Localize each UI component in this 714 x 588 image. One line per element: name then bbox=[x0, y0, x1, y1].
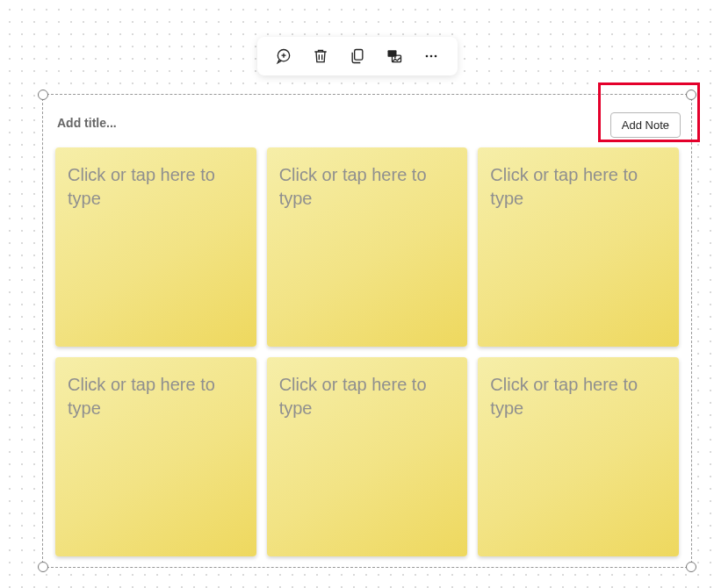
resize-handle-br[interactable] bbox=[686, 562, 696, 572]
svg-rect-1 bbox=[354, 50, 362, 61]
sticky-note[interactable]: Click or tap here to type bbox=[267, 147, 468, 347]
delete-icon[interactable] bbox=[310, 46, 331, 67]
sticky-note[interactable]: Click or tap here to type bbox=[478, 147, 679, 347]
svg-point-4 bbox=[394, 57, 396, 59]
copy-icon[interactable] bbox=[347, 46, 368, 67]
svg-point-6 bbox=[429, 55, 432, 58]
resize-handle-tl[interactable] bbox=[38, 90, 48, 100]
notes-grid: Click or tap here to type Click or tap h… bbox=[55, 147, 679, 556]
resize-handle-bl[interactable] bbox=[38, 562, 48, 572]
note-board-container[interactable]: Add title... Add Note Click or tap here … bbox=[42, 94, 692, 568]
replace-image-icon[interactable] bbox=[384, 46, 405, 67]
more-icon[interactable] bbox=[421, 46, 442, 67]
svg-point-7 bbox=[434, 55, 436, 58]
board-title-input[interactable]: Add title... bbox=[57, 116, 117, 130]
sticky-note[interactable]: Click or tap here to type bbox=[55, 147, 256, 347]
svg-point-5 bbox=[425, 55, 428, 58]
floating-toolbar bbox=[257, 37, 458, 75]
sticky-note[interactable]: Click or tap here to type bbox=[55, 357, 256, 556]
add-note-button[interactable]: Add Note bbox=[610, 112, 681, 138]
sticky-note[interactable]: Click or tap here to type bbox=[478, 357, 679, 556]
add-comment-icon[interactable] bbox=[273, 46, 294, 67]
resize-handle-tr[interactable] bbox=[686, 90, 696, 100]
sticky-note[interactable]: Click or tap here to type bbox=[267, 357, 468, 556]
